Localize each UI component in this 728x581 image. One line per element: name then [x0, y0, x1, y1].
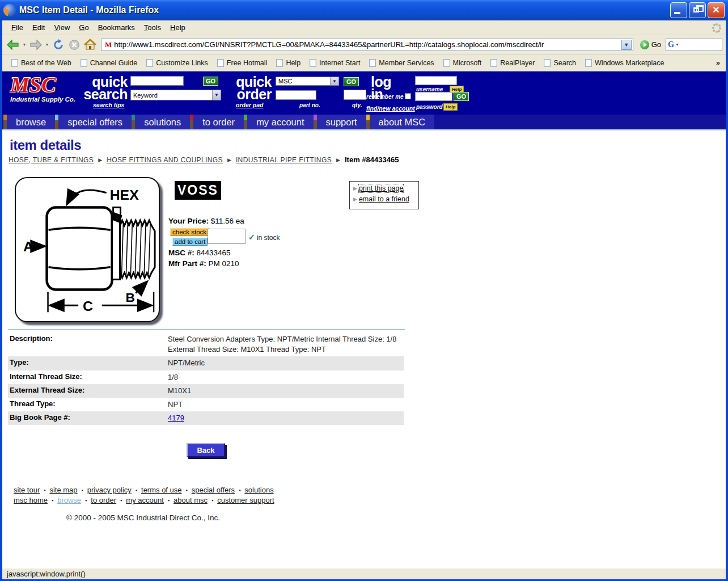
restore-button[interactable]	[689, 2, 706, 18]
footer-link-msc-home[interactable]: msc home	[14, 496, 48, 504]
msc-logo[interactable]: MSC Industrial Supply Co.	[10, 75, 78, 103]
breadcrumb-link[interactable]: INDUSTRIAL PIPE FITTINGS	[236, 156, 332, 164]
back-dropdown[interactable]: ▼	[22, 37, 27, 52]
in-stock-label: in stock	[257, 234, 280, 242]
brand-logo-voss: VOSS	[175, 181, 221, 200]
nav-item-browse[interactable]: browse	[7, 115, 55, 129]
bookmark-label: Help	[286, 59, 300, 67]
part-no-input[interactable]	[276, 90, 316, 100]
remember-me-label: remember me	[366, 94, 404, 100]
footer-separator-icon: ▪	[136, 487, 137, 493]
page-title: item details	[10, 137, 726, 153]
msc-nav-bar: browsespecial offerssolutionsto ordermy …	[2, 115, 726, 130]
order-pad-link[interactable]: order pad	[236, 102, 263, 108]
footer-link-special-offers[interactable]: special offers	[192, 486, 235, 494]
status-text: javascript:window.print()	[7, 570, 86, 578]
catalog-select[interactable]: MSC ▼	[276, 77, 339, 86]
email-to-friend-link[interactable]: email to a friend	[359, 195, 409, 203]
quick-order-go-button[interactable]: GO	[344, 77, 359, 86]
footer-link-to-order[interactable]: to order	[91, 496, 116, 504]
address-bar[interactable]: M http://www1.mscdirect.com/CGI/NNSRIT?P…	[101, 39, 633, 51]
username-input[interactable]	[415, 76, 457, 85]
bookmark-item[interactable]: Member Services	[365, 59, 438, 67]
detail-value: NPT	[168, 399, 404, 410]
breadcrumb-link[interactable]: HOSE FITTINGS AND COUPLINGS	[107, 156, 223, 164]
find-new-account-link[interactable]: find/new account	[366, 105, 415, 112]
nav-item-special-offers[interactable]: special offers	[58, 115, 132, 129]
footer-link-privacy-policy[interactable]: privacy policy	[87, 486, 132, 494]
nav-item-solutions[interactable]: solutions	[135, 115, 190, 129]
nav-item-to-order[interactable]: to order	[193, 115, 244, 129]
search-tips-link[interactable]: search tips	[93, 102, 124, 108]
footer-link-browse[interactable]: browse	[57, 496, 81, 504]
footer-link-solutions[interactable]: solutions	[244, 486, 273, 494]
keyword-select[interactable]: Keyword ▼	[130, 90, 221, 100]
footer-link-site-tour[interactable]: site tour	[14, 486, 40, 494]
footer-link-site-map[interactable]: site map	[49, 486, 77, 494]
breadcrumb-current-item: Item #84433465	[345, 155, 399, 164]
print-email-box: ▶ print this page ▶ email to a friend	[349, 181, 419, 209]
bookmark-item[interactable]: Search	[539, 59, 581, 67]
bookmark-page-icon	[310, 59, 316, 67]
password-help-button[interactable]: Help	[443, 103, 458, 111]
footer-separator-icon: ▪	[239, 487, 240, 493]
add-to-cart-button[interactable]: add to cart	[172, 238, 208, 246]
google-search-box[interactable]: G ▼	[666, 39, 722, 51]
back-button[interactable]: Back	[187, 443, 225, 457]
bookmark-item[interactable]: Channel Guide	[76, 59, 142, 67]
bookmark-item[interactable]: Best of the Web	[7, 59, 76, 67]
quick-search-go-button[interactable]: GO	[203, 77, 218, 86]
nav-item-about-msc[interactable]: about MSC	[370, 115, 435, 129]
menu-help[interactable]: Help	[166, 22, 190, 33]
nav-item-support[interactable]: support	[317, 115, 366, 129]
remember-me-checkbox[interactable]	[405, 93, 411, 99]
menu-bookmarks[interactable]: Bookmarks	[94, 22, 139, 33]
close-icon: ✕	[708, 3, 724, 18]
address-dropdown[interactable]: ▼	[621, 40, 632, 50]
section-divider	[8, 329, 405, 330]
footer-link-terms-of-use[interactable]: terms of use	[141, 486, 182, 494]
print-this-page-link[interactable]: print this page	[359, 184, 404, 192]
order-qty-input[interactable]	[208, 229, 246, 244]
footer-link-about-msc[interactable]: about msc	[173, 496, 208, 504]
stop-button[interactable]	[67, 37, 82, 52]
bookmark-item[interactable]: Microsoft	[439, 59, 486, 67]
bookmark-label: Free Hotmail	[227, 59, 268, 67]
footer-link-my-account[interactable]: my account	[126, 496, 163, 504]
minimize-button[interactable]	[670, 2, 687, 18]
back-nav-button[interactable]	[6, 37, 20, 52]
forward-dropdown[interactable]: ▼	[44, 37, 50, 52]
qty-input[interactable]	[344, 90, 366, 100]
bookmark-item[interactable]: Help	[272, 59, 305, 67]
breadcrumb-link[interactable]: HOSE, TUBE & FITTINGS	[9, 156, 94, 164]
bookmark-label: Customize Links	[156, 59, 208, 67]
reload-button[interactable]	[51, 37, 66, 52]
footer-link-customer-support[interactable]: customer support	[217, 496, 274, 504]
address-url[interactable]: http://www1.mscdirect.com/CGI/NNSRIT?PMC…	[114, 40, 621, 49]
bookmark-item[interactable]: Windows Marketplace	[581, 59, 668, 67]
menu-go[interactable]: Go	[74, 22, 93, 33]
bookmarks-overflow-chevron[interactable]: »	[716, 58, 720, 67]
home-button[interactable]	[83, 37, 98, 52]
menu-edit[interactable]: Edit	[28, 22, 49, 33]
check-stock-button[interactable]: check stock	[170, 228, 209, 236]
bookmark-item[interactable]: Customize Links	[142, 59, 213, 67]
bookmark-item[interactable]: Internet Start	[305, 59, 365, 67]
menu-tools[interactable]: Tools	[139, 22, 166, 33]
bookmark-item[interactable]: Free Hotmail	[213, 59, 272, 67]
nav-item-my-account[interactable]: my account	[247, 115, 313, 129]
close-button[interactable]: ✕	[708, 2, 725, 18]
site-favicon: M	[103, 40, 114, 49]
quick-search-input[interactable]	[130, 76, 184, 86]
product-image: HEX A B C	[15, 177, 160, 322]
title-bar: MSC Item Detail - Mozilla Firefox ✕	[0, 0, 728, 20]
big-book-page-link[interactable]: 4179	[168, 414, 184, 422]
bookmark-item[interactable]: RealPlayer	[486, 59, 539, 67]
password-input[interactable]	[415, 92, 452, 101]
go-button[interactable]: Go	[637, 40, 664, 49]
login-go-button[interactable]: GO	[454, 92, 469, 101]
menu-view[interactable]: View	[49, 22, 74, 33]
forward-nav-button[interactable]	[28, 37, 43, 52]
menu-file[interactable]: File	[7, 22, 28, 33]
detail-value: Steel Conversion Adapters Type: NPT/Metr…	[168, 334, 404, 355]
